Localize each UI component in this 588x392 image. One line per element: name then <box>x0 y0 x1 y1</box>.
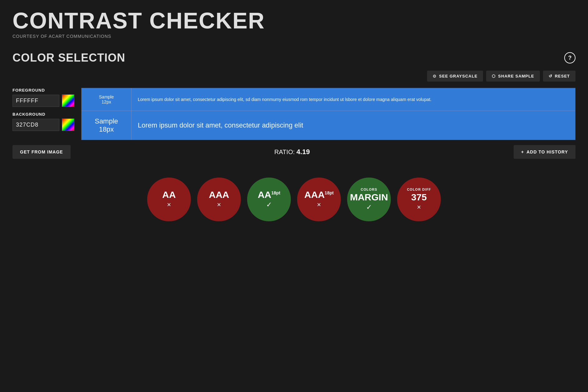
preview-text-large: Lorem ipsum dolor sit amet, consectetur … <box>132 111 575 140</box>
ratio-label: RATIO: <box>274 148 295 155</box>
badge-aa18pt: AA18pt✓ <box>247 178 291 221</box>
toggle-icon <box>433 74 436 78</box>
reset-label: RESET <box>555 74 570 78</box>
toolbar: SEE GRAYSCALE SHARE SAMPLE RESET <box>12 71 576 82</box>
background-label: BACKGROUND <box>12 112 75 117</box>
main-area: FOREGROUND BACKGROUND Sample 12px Lorem … <box>12 88 576 140</box>
foreground-input[interactable] <box>12 95 59 107</box>
share-button[interactable]: SHARE SAMPLE <box>486 71 540 82</box>
foreground-input-row <box>12 94 75 107</box>
section-header: COLOR SELECTION ? <box>12 51 576 64</box>
badge-aa: AA× <box>147 178 191 221</box>
reset-icon <box>549 74 552 78</box>
badges-row: AA×AAA×AA18pt✓AAA18pt×COLORSMARGIN✓COLOR… <box>12 178 576 221</box>
preview-row-small: Sample 12px Lorem ipsum dolor sit amet, … <box>82 88 575 111</box>
badge-colordiff: COLOR DIFF375× <box>397 178 441 221</box>
foreground-swatch[interactable] <box>62 94 74 107</box>
ratio-display: RATIO: 4.19 <box>274 148 310 156</box>
add-to-history-button[interactable]: ADD TO HISTORY <box>514 145 576 159</box>
reset-button[interactable]: RESET <box>543 71 576 82</box>
section-title: COLOR SELECTION <box>12 51 125 64</box>
background-control: BACKGROUND <box>12 112 75 131</box>
get-from-image-button[interactable]: GET FROM IMAGE <box>12 145 71 159</box>
foreground-label: FOREGROUND <box>12 88 75 93</box>
background-swatch[interactable] <box>62 118 74 131</box>
preview-text-small: Lorem ipsum dolor sit amet, consectetur … <box>132 88 575 111</box>
badge-margin: COLORSMARGIN✓ <box>347 178 391 221</box>
add-history-label: ADD TO HISTORY <box>526 149 568 154</box>
plus-icon <box>521 149 524 154</box>
app-header: CONTRAST CHECKER COURTESY OF ACART COMMU… <box>12 9 576 39</box>
app-title: CONTRAST CHECKER <box>12 9 576 32</box>
background-input[interactable] <box>12 119 59 131</box>
app-subtitle: COURTESY OF ACART COMMUNICATIONS <box>12 34 576 39</box>
grayscale-label: SEE GRAYSCALE <box>439 74 477 78</box>
preview-area: Sample 12px Lorem ipsum dolor sit amet, … <box>81 88 576 140</box>
ratio-value: 4.19 <box>296 148 310 156</box>
share-label: SHARE SAMPLE <box>498 74 534 78</box>
share-icon <box>492 74 496 78</box>
preview-row-large: Sample 18px Lorem ipsum dolor sit amet, … <box>82 111 575 140</box>
preview-label-large: Sample 18px <box>82 111 132 140</box>
background-input-row <box>12 118 75 131</box>
grayscale-button[interactable]: SEE GRAYSCALE <box>427 71 483 82</box>
badge-aaa: AAA× <box>197 178 241 221</box>
controls-panel: FOREGROUND BACKGROUND <box>12 88 75 131</box>
foreground-control: FOREGROUND <box>12 88 75 107</box>
badge-aaa18pt: AAA18pt× <box>297 178 341 221</box>
help-button[interactable]: ? <box>564 52 576 63</box>
bottom-row: GET FROM IMAGE RATIO: 4.19 ADD TO HISTOR… <box>12 145 576 159</box>
preview-label-small: Sample 12px <box>82 88 132 111</box>
